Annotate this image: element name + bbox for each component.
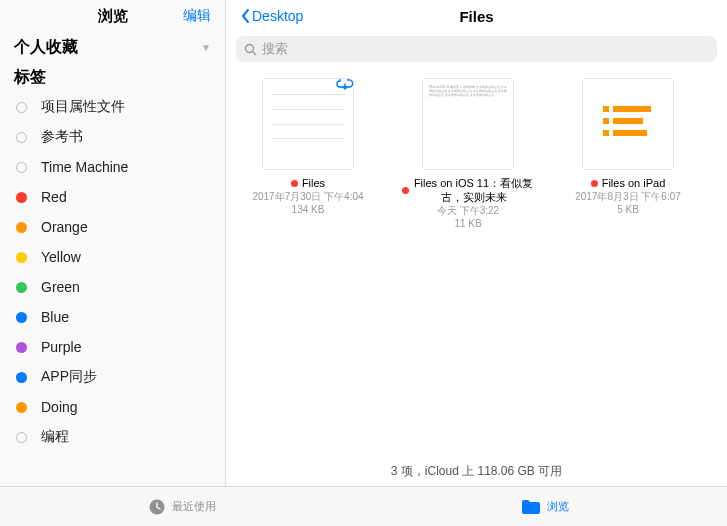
section-tags-label: 标签 xyxy=(14,67,46,88)
footer-status: 3 项，iCloud 上 118.06 GB 可用 xyxy=(226,463,727,480)
edit-button[interactable]: 编辑 xyxy=(183,7,211,25)
sidebar-tag-item[interactable]: 参考书 xyxy=(0,122,225,152)
svg-rect-5 xyxy=(613,118,643,124)
tag-dot-icon xyxy=(402,187,409,194)
main-pane: Desktop Files 搜索 Files2017年7月30日 下午4:041… xyxy=(226,0,727,486)
tag-dot-icon xyxy=(16,162,27,173)
tag-dot-icon xyxy=(16,252,27,263)
sidebar-tag-item[interactable]: APP同步 xyxy=(0,362,225,392)
tag-label: 编程 xyxy=(41,428,69,446)
back-label: Desktop xyxy=(252,8,303,24)
sidebar-tag-item[interactable]: Orange xyxy=(0,212,225,242)
svg-rect-6 xyxy=(603,130,609,136)
sidebar-tag-item[interactable]: Purple xyxy=(0,332,225,362)
tag-dot-icon xyxy=(16,132,27,143)
file-name-row: Files on iPad xyxy=(562,176,694,190)
sidebar-tag-item[interactable]: Red xyxy=(0,182,225,212)
file-date: 2017年7月30日 下午4:04 xyxy=(242,190,374,203)
clock-icon xyxy=(148,498,166,516)
sidebar-tag-item[interactable]: 编程 xyxy=(0,422,225,452)
tag-dot-icon xyxy=(16,312,27,323)
tag-dot-icon xyxy=(16,372,27,383)
tag-dot-icon xyxy=(16,342,27,353)
section-tags[interactable]: 标签 xyxy=(0,62,225,92)
sidebar-tag-item[interactable]: 项目属性文件 xyxy=(0,92,225,122)
section-favorites-label: 个人收藏 xyxy=(14,37,78,58)
file-thumbnail: Files on iOS 11 看似复古 实则未来 文本预览内容占位 文本预览内… xyxy=(422,78,514,170)
file-name: Files on iOS 11：看似复古，实则未来 xyxy=(413,176,534,204)
file-thumbnail xyxy=(582,78,674,170)
search-input[interactable]: 搜索 xyxy=(236,36,717,62)
tag-dot-icon xyxy=(291,180,298,187)
tag-label: Green xyxy=(41,279,80,295)
file-name: Files on iPad xyxy=(602,176,666,190)
tab-browse-label: 浏览 xyxy=(547,499,569,514)
file-item[interactable]: Files2017年7月30日 下午4:04134 KB xyxy=(242,78,374,230)
chevron-down-icon: ▼ xyxy=(201,42,211,53)
tag-label: Yellow xyxy=(41,249,81,265)
page-title: Files xyxy=(459,8,493,25)
files-grid: Files2017年7月30日 下午4:04134 KBFiles on iOS… xyxy=(226,70,727,238)
tag-label: Time Machine xyxy=(41,159,128,175)
tag-label: Purple xyxy=(41,339,81,355)
file-name-row: Files on iOS 11：看似复古，实则未来 xyxy=(402,176,534,204)
sidebar: 浏览 编辑 个人收藏 ▼ 标签 项目属性文件参考书Time MachineRed… xyxy=(0,0,226,486)
chevron-left-icon xyxy=(240,8,252,24)
file-thumbnail xyxy=(262,78,354,170)
tab-recent[interactable]: 最近使用 xyxy=(0,487,364,526)
sidebar-title: 浏览 xyxy=(98,7,128,26)
main-nav: Desktop Files xyxy=(226,0,727,32)
svg-line-1 xyxy=(253,51,256,54)
section-favorites[interactable]: 个人收藏 ▼ xyxy=(0,32,225,62)
tag-label: Blue xyxy=(41,309,69,325)
search-icon xyxy=(244,43,257,56)
tab-recent-label: 最近使用 xyxy=(172,499,216,514)
cloud-download-icon xyxy=(335,78,354,97)
file-name: Files xyxy=(302,176,325,190)
list-icon xyxy=(603,104,653,144)
file-size: 134 KB xyxy=(242,203,374,216)
svg-rect-4 xyxy=(603,118,609,124)
file-date: 2017年8月3日 下午6:07 xyxy=(562,190,694,203)
tag-label: APP同步 xyxy=(41,368,97,386)
file-item[interactable]: Files on iPad2017年8月3日 下午6:075 KB xyxy=(562,78,694,230)
tag-dot-icon xyxy=(16,102,27,113)
tag-label: 项目属性文件 xyxy=(41,98,125,116)
back-button[interactable]: Desktop xyxy=(240,8,303,24)
bottom-tabbar: 最近使用 浏览 xyxy=(0,486,727,526)
tag-label: Doing xyxy=(41,399,78,415)
tag-dot-icon xyxy=(591,180,598,187)
tags-list: 项目属性文件参考书Time MachineRedOrangeYellowGree… xyxy=(0,92,225,452)
sidebar-tag-item[interactable]: Doing xyxy=(0,392,225,422)
folder-icon xyxy=(521,499,541,515)
sidebar-tag-item[interactable]: Blue xyxy=(0,302,225,332)
svg-rect-7 xyxy=(613,130,647,136)
search-placeholder: 搜索 xyxy=(262,40,288,58)
tag-dot-icon xyxy=(16,432,27,443)
sidebar-tag-item[interactable]: Time Machine xyxy=(0,152,225,182)
tag-dot-icon xyxy=(16,282,27,293)
file-item[interactable]: Files on iOS 11 看似复古 实则未来 文本预览内容占位 文本预览内… xyxy=(402,78,534,230)
sidebar-tag-item[interactable]: Yellow xyxy=(0,242,225,272)
svg-rect-2 xyxy=(603,106,609,112)
file-name-row: Files xyxy=(242,176,374,190)
tag-label: Orange xyxy=(41,219,88,235)
file-date: 今天 下午3:22 xyxy=(402,204,534,217)
tab-browse[interactable]: 浏览 xyxy=(364,487,728,526)
file-size: 5 KB xyxy=(562,203,694,216)
tag-label: Red xyxy=(41,189,67,205)
sidebar-header: 浏览 编辑 xyxy=(0,0,225,32)
svg-rect-3 xyxy=(613,106,651,112)
tag-dot-icon xyxy=(16,192,27,203)
sidebar-tag-item[interactable]: Green xyxy=(0,272,225,302)
tag-dot-icon xyxy=(16,222,27,233)
tag-label: 参考书 xyxy=(41,128,83,146)
file-size: 11 KB xyxy=(402,217,534,230)
tag-dot-icon xyxy=(16,402,27,413)
